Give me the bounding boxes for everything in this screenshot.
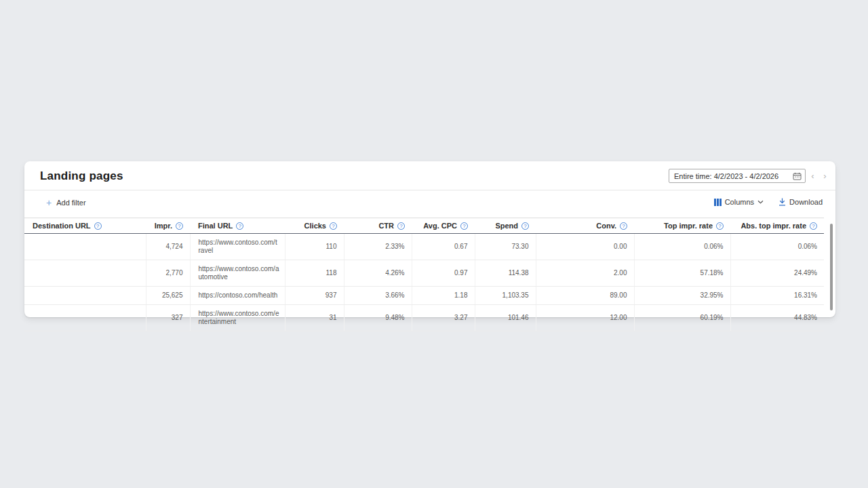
title-row: Landing pages Entire time: 4/2/2023 - 4/… [24, 161, 835, 190]
column-header-abs-top-impr-rate[interactable]: Abs. top impr. rate? [730, 218, 824, 234]
cell-spend: 101.46 [475, 305, 536, 331]
cell-impr: 25,625 [146, 287, 190, 305]
column-header-avg-cpc[interactable]: Avg. CPC? [412, 218, 475, 234]
next-date-range-button[interactable]: › [820, 169, 830, 183]
cell-abs-top-impr-rate: 24.49% [730, 260, 824, 287]
page-title: Landing pages [40, 169, 123, 183]
chevron-down-icon [757, 200, 764, 204]
table-row: 4,724 https://www.contoso.com/travel 110… [24, 234, 824, 260]
landing-pages-card: Landing pages Entire time: 4/2/2023 - 4/… [24, 161, 835, 317]
cell-avg-cpc: 1.18 [412, 287, 475, 305]
cell-conv: 12.00 [536, 305, 634, 331]
calendar-icon [793, 172, 802, 180]
cell-impr: 4,724 [146, 234, 190, 260]
cell-top-impr-rate: 57.18% [634, 260, 730, 287]
cell-impr: 327 [146, 305, 190, 331]
cell-abs-top-impr-rate: 0.06% [730, 234, 824, 260]
cell-top-impr-rate: 60.19% [634, 305, 730, 331]
cell-clicks: 937 [285, 287, 344, 305]
info-icon[interactable]: ? [521, 222, 529, 230]
cell-clicks: 118 [285, 260, 344, 287]
info-icon[interactable]: ? [330, 222, 337, 230]
info-icon[interactable]: ? [460, 222, 468, 230]
cell-top-impr-rate: 32.95% [634, 287, 730, 305]
columns-label: Columns [725, 198, 754, 206]
cell-spend: 114.38 [475, 260, 536, 287]
chevron-right-icon: › [823, 171, 826, 181]
cell-clicks: 31 [285, 305, 344, 331]
download-button[interactable]: Download [778, 198, 823, 206]
cell-ctr: 2.33% [344, 234, 412, 260]
date-controls: Entire time: 4/2/2023 - 4/2/2026 ‹ › [669, 169, 830, 183]
cell-top-impr-rate: 0.06% [634, 234, 730, 260]
columns-grid-icon [714, 199, 722, 206]
cell-destination-url [24, 260, 146, 287]
cell-final-url: https://contoso.com/health [190, 287, 285, 305]
column-header-ctr[interactable]: CTR? [344, 218, 412, 234]
cell-final-url: https://www.contoso.com/travel [190, 234, 285, 260]
column-header-clicks[interactable]: Clicks? [285, 218, 344, 234]
date-range-picker[interactable]: Entire time: 4/2/2023 - 4/2/2026 [669, 169, 806, 183]
chevron-left-icon: ‹ [811, 171, 814, 181]
columns-button[interactable]: Columns [714, 198, 764, 206]
cell-spend: 1,103.35 [475, 287, 536, 305]
cell-avg-cpc: 0.67 [412, 234, 475, 260]
cell-destination-url [24, 305, 146, 331]
prev-date-range-button[interactable]: ‹ [808, 169, 818, 183]
table-row: 25,625 https://contoso.com/health 937 3.… [24, 287, 824, 305]
cell-impr: 2,770 [146, 260, 190, 287]
add-filter-button[interactable]: + Add filter [46, 199, 86, 207]
column-header-conv[interactable]: Conv.? [536, 218, 634, 234]
info-icon[interactable]: ? [176, 222, 183, 230]
vertical-scrollbar [830, 221, 833, 312]
cell-destination-url [24, 287, 146, 305]
scrollbar-thumb[interactable] [830, 224, 833, 310]
info-icon[interactable]: ? [94, 222, 102, 230]
cell-conv: 89.00 [536, 287, 634, 305]
download-icon [778, 198, 786, 206]
landing-pages-table: Destination URL? Impr.? Final URL? Click… [24, 218, 835, 331]
info-icon[interactable]: ? [716, 222, 724, 230]
cell-avg-cpc: 3.27 [412, 305, 475, 331]
column-header-impr[interactable]: Impr.? [146, 218, 190, 234]
column-header-spend[interactable]: Spend? [475, 218, 536, 234]
plus-icon: + [46, 199, 52, 207]
right-tools: Columns Download [714, 198, 823, 206]
cell-abs-top-impr-rate: 44.83% [730, 305, 824, 331]
info-icon[interactable]: ? [397, 222, 405, 230]
cell-spend: 73.30 [475, 234, 536, 260]
cell-conv: 0.00 [536, 234, 634, 260]
info-icon[interactable]: ? [810, 222, 817, 230]
column-header-final-url[interactable]: Final URL? [190, 218, 285, 234]
add-filter-label: Add filter [56, 199, 85, 207]
table-row: 327 https://www.contoso.com/entertainmen… [24, 305, 824, 331]
cell-clicks: 110 [285, 234, 344, 260]
info-icon[interactable]: ? [236, 222, 243, 230]
cell-abs-top-impr-rate: 16.31% [730, 287, 824, 305]
cell-ctr: 3.66% [344, 287, 412, 305]
date-range-label: Entire time: 4/2/2023 - 4/2/2026 [674, 172, 778, 180]
toolbar: + Add filter Columns [24, 190, 835, 218]
column-header-destination-url[interactable]: Destination URL? [24, 218, 146, 234]
cell-final-url: https://www.contoso.com/entertainment [190, 305, 285, 331]
download-label: Download [789, 198, 823, 206]
cell-destination-url [24, 234, 146, 260]
table-header-row: Destination URL? Impr.? Final URL? Click… [24, 218, 824, 234]
cell-final-url: https://www.contoso.com/automotive [190, 260, 285, 287]
cell-ctr: 9.48% [344, 305, 412, 331]
column-header-top-impr-rate[interactable]: Top impr. rate? [634, 218, 730, 234]
cell-conv: 2.00 [536, 260, 634, 287]
table-row: 2,770 https://www.contoso.com/automotive… [24, 260, 824, 287]
info-icon[interactable]: ? [620, 222, 627, 230]
cell-avg-cpc: 0.97 [412, 260, 475, 287]
cell-ctr: 4.26% [344, 260, 412, 287]
